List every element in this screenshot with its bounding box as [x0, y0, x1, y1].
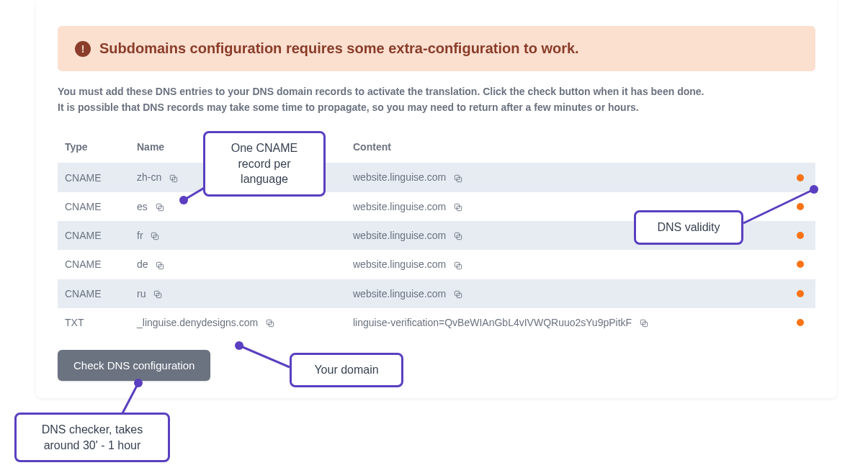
cell-status	[787, 221, 815, 250]
callout-dns-validity: DNS validity	[634, 210, 743, 245]
cell-type: CNAME	[58, 163, 130, 192]
check-dns-button[interactable]: Check DNS configuration	[58, 350, 210, 381]
callout-cname-per-lang: One CNAME record per language	[203, 131, 326, 197]
cell-type: CNAME	[58, 250, 130, 279]
copy-icon[interactable]	[453, 174, 463, 184]
table-row: CNAMEzh-cn website.linguise.com	[58, 163, 815, 192]
table-row: CNAMEde website.linguise.com	[58, 250, 815, 279]
cell-name: de	[130, 250, 346, 279]
copy-icon[interactable]	[453, 289, 463, 299]
callout-your-domain: Your domain	[290, 353, 403, 387]
description-text: You must add these DNS entries to your D…	[58, 84, 815, 115]
th-content: Content	[346, 131, 787, 163]
cell-name: fr	[130, 221, 346, 250]
status-dot	[797, 174, 804, 181]
status-dot	[797, 319, 804, 326]
cell-name: _linguise.denydesigns.com	[130, 308, 346, 337]
cell-status	[787, 308, 815, 337]
dns-config-panel: ! Subdomains configuration requires some…	[36, 0, 837, 398]
table-row: TXT_linguise.denydesigns.com linguise-ve…	[58, 308, 815, 337]
cell-type: TXT	[58, 308, 130, 337]
copy-icon[interactable]	[453, 261, 463, 271]
alert-text: Subdomains configuration requires some e…	[99, 40, 579, 57]
th-type: Type	[58, 131, 130, 163]
cell-name: ru	[130, 279, 346, 308]
copy-icon[interactable]	[169, 174, 179, 184]
cell-status	[787, 163, 815, 192]
status-dot	[797, 203, 804, 210]
copy-icon[interactable]	[155, 202, 165, 212]
copy-icon[interactable]	[639, 318, 649, 328]
callout-dns-checker: DNS checker, takes around 30' - 1 hour	[14, 413, 170, 462]
cell-content: website.linguise.com	[346, 250, 787, 279]
cell-content: website.linguise.com	[346, 163, 787, 192]
description-line2: It is possible that DNS records may take…	[58, 100, 815, 116]
description-line1: You must add these DNS entries to your D…	[58, 84, 815, 100]
cell-type: CNAME	[58, 221, 130, 250]
cell-type: CNAME	[58, 192, 130, 221]
status-dot	[797, 261, 804, 268]
cell-content: linguise-verification=QvBeWIAnGbL4vIVWQR…	[346, 308, 787, 337]
cell-content: website.linguise.com	[346, 279, 787, 308]
cell-status	[787, 192, 815, 221]
alert-banner: ! Subdomains configuration requires some…	[58, 26, 815, 71]
copy-icon[interactable]	[150, 231, 160, 241]
cell-status	[787, 279, 815, 308]
alert-icon: !	[75, 41, 91, 57]
copy-icon[interactable]	[155, 261, 165, 271]
copy-icon[interactable]	[265, 318, 275, 328]
status-dot	[797, 290, 804, 297]
copy-icon[interactable]	[453, 231, 463, 241]
copy-icon[interactable]	[153, 289, 163, 299]
th-status	[787, 131, 815, 163]
status-dot	[797, 232, 804, 239]
copy-icon[interactable]	[453, 202, 463, 212]
cell-type: CNAME	[58, 279, 130, 308]
table-row: CNAMEru website.linguise.com	[58, 279, 815, 308]
cell-status	[787, 250, 815, 279]
